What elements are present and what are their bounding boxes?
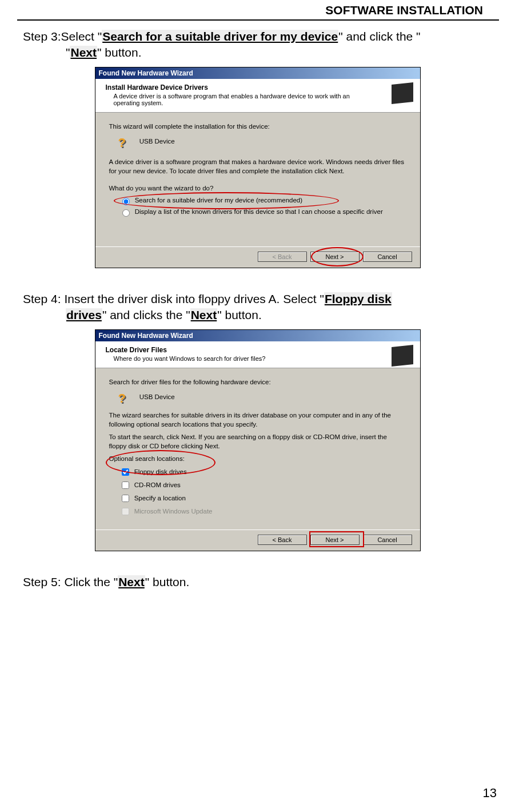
cancel-button[interactable]: Cancel bbox=[363, 535, 412, 545]
check-specify-row[interactable]: Specify a location bbox=[119, 493, 406, 504]
check-floppy[interactable] bbox=[122, 468, 129, 476]
wizard2-titlebar: Found New Hardware Wizard bbox=[95, 330, 420, 341]
wizard1-header: Install Hardware Device Drivers A device… bbox=[95, 79, 420, 113]
step3-text: Step 3:Select "Search for a suitable dri… bbox=[23, 29, 492, 61]
wizard-step4-dialog: Found New Hardware Wizard Locate Driver … bbox=[95, 329, 421, 552]
step5-text: Step 5: Click the "Next" button. bbox=[23, 574, 492, 590]
wizard1-subheading: A device driver is a software program th… bbox=[114, 93, 354, 106]
step5-pre: Step 5: Click the " bbox=[23, 575, 118, 588]
next-button[interactable]: Next > bbox=[310, 535, 360, 545]
wizard1-body: This wizard will complete the installati… bbox=[95, 113, 420, 246]
step4-emph1-cont: drives bbox=[66, 308, 102, 321]
step4-pre: Step 4: Insert the driver disk into flop… bbox=[23, 292, 324, 305]
page-header: SOFTWARE INSTALLATION bbox=[17, 0, 499, 21]
check-floppy-label: Floppy disk drives bbox=[134, 468, 187, 475]
check-floppy-row[interactable]: Floppy disk drives bbox=[119, 467, 406, 477]
back-button: < Back bbox=[258, 252, 307, 262]
check-cdrom-label: CD-ROM drives bbox=[134, 481, 181, 488]
step4-post: " button. bbox=[217, 308, 262, 321]
wizard1-desc: A device driver is a software program th… bbox=[109, 157, 406, 176]
wizard2-desc1: The wizard searches for suitable drivers… bbox=[109, 411, 406, 429]
wizard2-device: USB Device bbox=[139, 393, 175, 400]
radio-search-suitable-label: Search for a suitable driver for my devi… bbox=[135, 197, 302, 204]
wizard2-heading: Locate Driver Files bbox=[106, 346, 412, 354]
check-update-label: Microsoft Windows Update bbox=[134, 508, 213, 515]
back-button[interactable]: < Back bbox=[258, 535, 307, 545]
step3-emph1: Search for a suitable driver for my devi… bbox=[102, 30, 338, 43]
next-button[interactable]: Next > bbox=[310, 252, 360, 262]
wizard2-header: Locate Driver Files Where do you want Wi… bbox=[95, 341, 420, 368]
cancel-button[interactable]: Cancel bbox=[363, 252, 412, 262]
step3-post: " button. bbox=[97, 46, 142, 59]
radio-display-list[interactable] bbox=[122, 209, 130, 217]
wizard2-button-bar: < Back Next > Cancel bbox=[95, 530, 420, 551]
step4-emph2: Next bbox=[190, 308, 218, 321]
question-icon bbox=[117, 134, 132, 149]
radio-search-suitable[interactable] bbox=[122, 198, 130, 205]
wizard2-device-row: USB Device bbox=[117, 390, 406, 405]
wizard1-question: What do you want the wizard to do? bbox=[109, 184, 406, 193]
wizard2-intro: Search for driver files for the followin… bbox=[109, 377, 406, 387]
step3-mid: " and click the " bbox=[338, 30, 420, 43]
wizard1-heading: Install Hardware Device Drivers bbox=[106, 83, 412, 91]
page-number: 13 bbox=[483, 786, 497, 801]
step5-emph1: Next bbox=[118, 575, 145, 588]
hardware-icon bbox=[392, 82, 413, 104]
wizard-step3-dialog: Found New Hardware Wizard Install Hardwa… bbox=[95, 67, 421, 268]
wizard1-radio1-row[interactable]: Search for a suitable driver for my devi… bbox=[119, 196, 406, 205]
wizard2-subheading: Where do you want Windows to search for … bbox=[114, 355, 354, 362]
check-update bbox=[122, 508, 129, 515]
step4-emph1: Floppy disk bbox=[324, 292, 392, 305]
radio-display-list-label: Display a list of the known drivers for … bbox=[135, 208, 383, 215]
step5-post: " button. bbox=[145, 575, 190, 588]
wizard1-button-bar: < Back Next > Cancel bbox=[95, 246, 420, 268]
wizard1-device-row: USB Device bbox=[117, 134, 406, 149]
check-specify[interactable] bbox=[122, 495, 129, 502]
hardware-icon bbox=[392, 345, 413, 367]
check-specify-label: Specify a location bbox=[134, 495, 186, 501]
wizard2-body: Search for driver files for the followin… bbox=[95, 368, 420, 530]
step3-pre: Step 3:Select " bbox=[23, 30, 102, 43]
wizard2-opt-label: Optional search locations: bbox=[109, 454, 406, 463]
wizard1-device: USB Device bbox=[139, 138, 175, 145]
check-update-row: Microsoft Windows Update bbox=[119, 506, 406, 517]
wizard2-desc2: To start the search, click Next. If you … bbox=[109, 432, 406, 451]
step4-text: Step 4: Insert the driver disk into flop… bbox=[23, 291, 492, 324]
wizard1-titlebar: Found New Hardware Wizard bbox=[95, 67, 420, 79]
check-cdrom-row[interactable]: CD-ROM drives bbox=[119, 480, 406, 491]
wizard1-intro: This wizard will complete the installati… bbox=[109, 122, 406, 131]
wizard1-radio2-row[interactable]: Display a list of the known drivers for … bbox=[119, 208, 406, 217]
step4-mid: " and clicks the " bbox=[102, 308, 190, 321]
check-cdrom[interactable] bbox=[122, 481, 129, 489]
question-icon bbox=[117, 390, 132, 405]
step3-emph2: Next bbox=[70, 46, 97, 59]
